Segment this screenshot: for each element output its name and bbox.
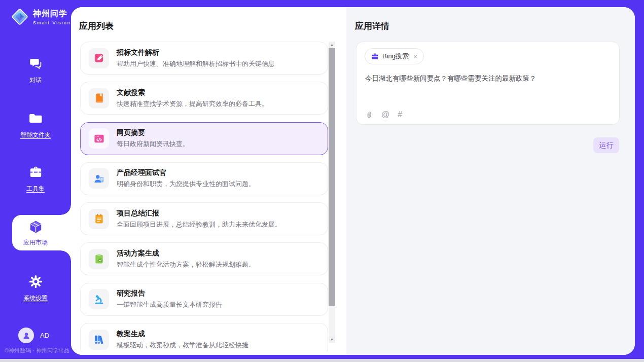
app-card-lesson-plan[interactable]: 教案生成 模板驱动，教案秒成，教学准备从此轻松快捷: [80, 323, 328, 352]
person-doc-icon: [89, 168, 109, 189]
logo-title: 神州问学: [33, 9, 71, 19]
app-description: 一键智能生成高质量长文本研究报告: [117, 300, 222, 309]
list-scrollbar[interactable]: ▲ ▼: [329, 42, 335, 343]
app-detail-panel: 应用详情 Bing搜索 × 今日湖北有哪些新闻要点？有哪些需要关注的最新政策？ …: [346, 7, 635, 355]
sidebar-item-smart-folder[interactable]: 智能文件夹: [0, 112, 71, 139]
app-name: 产品经理面试官: [117, 168, 255, 177]
window-bottom-edge: [0, 359, 644, 362]
app-card-literature-search[interactable]: 文献搜索 快速精准查找学术资源，提高研究效率的必备工具。: [80, 82, 328, 115]
scroll-up-arrow-icon[interactable]: ▲: [329, 42, 335, 48]
at-icon[interactable]: @: [381, 110, 389, 119]
book-icon: [89, 88, 109, 108]
app-description: 明确身份和职责，为您提供专业性的面试问题。: [117, 179, 255, 189]
clipboard-check-icon: [89, 249, 109, 269]
sidebar-item-label: 对话: [29, 76, 42, 85]
app-name: 教案生成: [117, 330, 248, 339]
copyright-text: ©神州数码 · 神州问学出品: [5, 347, 69, 354]
logo-subtitle: Smart Vision: [33, 20, 71, 25]
app-card-pm-interviewer[interactable]: 产品经理面试官 明确身份和职责，为您提供专业性的面试问题。: [80, 162, 328, 195]
sidebar-item-label: 工具集: [26, 185, 45, 193]
sidebar: 神州问学 Smart Vision 对话 智能文件夹: [0, 0, 71, 359]
chat-icon: [29, 57, 43, 73]
hash-icon[interactable]: #: [398, 110, 402, 119]
books-icon: [89, 330, 109, 350]
logo-diamond-icon: [10, 7, 29, 26]
microscope-icon: [89, 289, 109, 309]
app-card-web-summary[interactable]: 网页摘要 每日政府新闻资讯快查。: [80, 122, 328, 155]
app-card-bid-doc-analysis[interactable]: 招标文件解析 帮助用户快速、准确地理解和解析招标书中的关键信息: [80, 42, 328, 75]
app-description: 全面回顾项目进展，总结经验教训，助力未来优化发展。: [117, 220, 281, 229]
sidebar-item-settings[interactable]: 系统设置: [0, 275, 71, 303]
app-name: 活动方案生成: [117, 249, 255, 258]
app-description: 智能生成个性化活动方案，轻松解决规划难题。: [117, 260, 255, 269]
main-content: 应用列表 招标文件解析 帮助用户快速、准确地理解和解析招标书中的关键信息: [71, 7, 635, 355]
app-list-panel: 应用列表 招标文件解析 帮助用户快速、准确地理解和解析招标书中的关键信息: [71, 7, 346, 355]
person-icon: [22, 331, 31, 340]
app-card-research-report[interactable]: 研究报告 一键智能生成高质量长文本研究报告: [80, 283, 328, 316]
avatar: [18, 328, 34, 343]
user-account[interactable]: AD: [18, 328, 49, 343]
tool-chip-bing-search[interactable]: Bing搜索 ×: [365, 48, 424, 64]
app-detail-title: 应用详情: [355, 20, 389, 32]
paperclip-icon[interactable]: [365, 111, 373, 119]
app-list-title: 应用列表: [79, 20, 114, 32]
app-description: 快速精准查找学术资源，提高研究效率的必备工具。: [117, 99, 268, 108]
gear-icon: [29, 275, 43, 291]
briefcase-icon: [371, 53, 379, 60]
tool-chip-label: Bing搜索: [382, 52, 409, 61]
sidebar-item-toolset[interactable]: 工具集: [0, 165, 71, 193]
app-name: 网页摘要: [117, 128, 189, 137]
sidebar-item-label: 应用市场: [23, 238, 48, 247]
app-card-list: 招标文件解析 帮助用户快速、准确地理解和解析招标书中的关键信息 文献搜索 快速精…: [80, 42, 328, 352]
composer-card[interactable]: Bing搜索 × 今日湖北有哪些新闻要点？有哪些需要关注的最新政策？ @ #: [356, 42, 620, 125]
question-text[interactable]: 今日湖北有哪些新闻要点？有哪些需要关注的最新政策？: [365, 74, 609, 84]
app-description: 模板驱动，教案秒成，教学准备从此轻松快捷: [117, 341, 248, 350]
app-name: 研究报告: [117, 289, 222, 298]
app-logo: 神州问学 Smart Vision: [10, 7, 71, 26]
app-card-activity-plan[interactable]: 活动方案生成 智能生成个性化活动方案，轻松解决规划难题。: [80, 242, 328, 275]
scroll-down-arrow-icon[interactable]: ▼: [329, 336, 335, 343]
app-description: 帮助用户快速、准确地理解和解析招标书中的关键信息: [117, 59, 275, 68]
sidebar-item-app-market[interactable]: 应用市场: [0, 220, 71, 247]
close-icon[interactable]: ×: [413, 53, 417, 60]
app-name: 项目总结汇报: [117, 209, 281, 218]
composer-toolbar: @ #: [365, 110, 402, 119]
run-button[interactable]: 运行: [593, 137, 619, 153]
sidebar-item-label: 智能文件夹: [20, 131, 51, 139]
app-description: 每日政府新闻资讯快查。: [117, 139, 189, 149]
app-name: 文献搜索: [117, 88, 268, 97]
notepad-icon: [89, 209, 109, 229]
doc-edit-icon: [89, 48, 109, 68]
folder-icon: [29, 112, 43, 127]
sidebar-item-label: 系统设置: [23, 294, 48, 303]
app-name: 招标文件解析: [117, 48, 275, 57]
sidebar-item-chat[interactable]: 对话: [0, 57, 71, 85]
app-card-project-summary[interactable]: 项目总结汇报 全面回顾项目进展，总结经验教训，助力未来优化发展。: [80, 202, 328, 235]
browser-code-icon: [89, 128, 109, 149]
scrollbar-thumb[interactable]: [329, 48, 335, 306]
toolbox-icon: [29, 165, 43, 181]
cube-icon: [29, 220, 43, 236]
user-name: AD: [40, 332, 49, 339]
